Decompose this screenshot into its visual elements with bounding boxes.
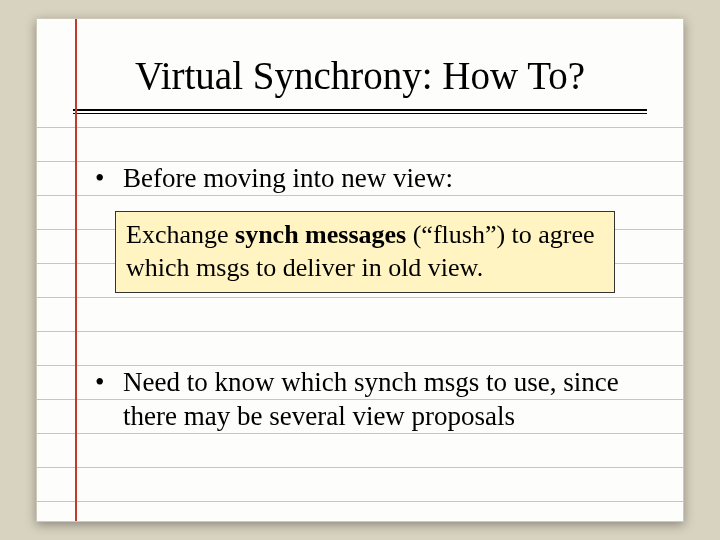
title-underline <box>73 109 647 114</box>
bullet-item-1: • Before moving into new view: <box>97 161 657 195</box>
bullet-dot-icon: • <box>95 161 104 195</box>
bullet-text-1: Before moving into new view: <box>123 161 657 195</box>
callout-bold: synch messages <box>235 220 406 249</box>
callout-prefix: Exchange <box>126 220 235 249</box>
bullet-dot-icon: • <box>95 365 104 399</box>
slide-title: Virtual Synchrony: How To? <box>37 53 683 98</box>
slide-paper: Virtual Synchrony: How To? • Before movi… <box>36 18 684 522</box>
callout-box: Exchange synch messages (“flush”) to agr… <box>115 211 615 293</box>
bullet-text-2: Need to know which synch msgs to use, si… <box>123 365 657 433</box>
bullet-item-2: • Need to know which synch msgs to use, … <box>97 365 657 433</box>
